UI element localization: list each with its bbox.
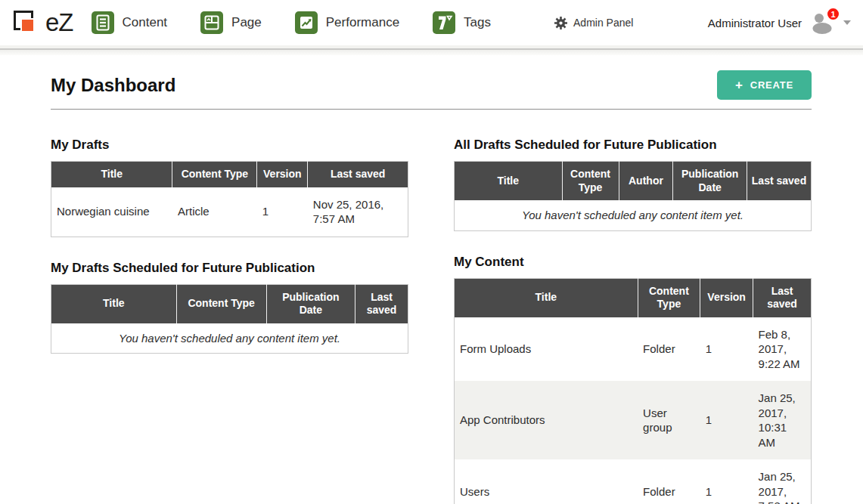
table-cell: Jan 25, 2017, 10:31 AM — [753, 381, 812, 459]
header-divider — [0, 45, 863, 55]
table-cell: Norwegian cuisine — [51, 187, 172, 237]
nav-item-performance[interactable]: Performance — [295, 11, 399, 34]
table-row[interactable]: Norwegian cuisineArticle1Nov 25, 2016, 7… — [51, 187, 408, 237]
user-area: Administrator User 1 — [708, 11, 852, 34]
title-divider — [51, 109, 812, 110]
my-content-section: My Content TitleContent TypeVersionLast … — [454, 255, 812, 504]
column-header: Title — [455, 162, 563, 201]
gear-icon — [554, 17, 567, 29]
column-header: Publication Date — [673, 162, 747, 201]
my-content-table: TitleContent TypeVersionLast savedForm U… — [454, 278, 812, 504]
top-nav-bar: eZ Content Page — [0, 0, 863, 45]
table-cell: User group — [638, 381, 700, 459]
column-header: Last saved — [753, 278, 812, 317]
table-cell: 1 — [700, 459, 753, 504]
column-header: Publication Date — [266, 284, 355, 323]
section-title: My Drafts Scheduled for Future Publicati… — [51, 261, 408, 276]
nav-label: Performance — [326, 15, 399, 30]
table-cell: 1 — [257, 187, 308, 237]
nav-label: Tags — [464, 15, 491, 30]
table-cell: Nov 25, 2016, 7:57 AM — [308, 187, 408, 237]
create-button[interactable]: + CREATE — [717, 70, 812, 100]
nav-item-content[interactable]: Content — [92, 11, 168, 34]
table-cell: App Contributors — [455, 381, 638, 459]
nav-label: Content — [123, 15, 168, 30]
column-header: Version — [700, 278, 753, 317]
all-drafts-scheduled-section: All Drafts Scheduled for Future Publicat… — [454, 138, 812, 231]
create-button-label: CREATE — [750, 79, 793, 91]
column-header: Title — [455, 278, 638, 317]
logo-text: eZ — [45, 8, 73, 37]
admin-panel-button[interactable]: Admin Panel — [554, 17, 633, 29]
column-header: Last saved — [355, 284, 408, 323]
nav-item-tags[interactable]: Tags — [433, 11, 491, 34]
my-drafts-section: My Drafts TitleContent TypeVersionLast s… — [51, 138, 408, 237]
table-cell: Form Uploads — [455, 317, 638, 382]
section-title: My Content — [454, 255, 812, 270]
page-title: My Dashboard — [51, 75, 175, 96]
table-row[interactable]: App ContributorsUser group1Jan 25, 2017,… — [455, 381, 812, 459]
table-row[interactable]: Form UploadsFolder1Feb 8, 2017, 9:22 AM — [455, 317, 812, 382]
tags-icon — [433, 11, 455, 34]
performance-icon — [295, 11, 318, 34]
dashboard-main: My Dashboard + CREATE My Drafts TitleCon… — [0, 55, 863, 504]
section-title: All Drafts Scheduled for Future Publicat… — [454, 138, 812, 153]
my-drafts-table: TitleContent TypeVersionLast savedNorweg… — [51, 161, 408, 237]
all-drafts-scheduled-table: TitleContent TypeAuthorPublication DateL… — [454, 161, 812, 231]
table-header-row: TitleContent TypePublication DateLast sa… — [51, 284, 408, 323]
my-drafts-scheduled-section: My Drafts Scheduled for Future Publicati… — [51, 261, 408, 354]
table-header-row: TitleContent TypeVersionLast saved — [455, 278, 812, 317]
table-cell: Folder — [638, 317, 700, 382]
empty-message: You haven't scheduled any content item y… — [455, 200, 812, 230]
empty-row: You haven't scheduled any content item y… — [51, 323, 408, 354]
table-cell: Feb 8, 2017, 9:22 AM — [753, 317, 812, 382]
column-header: Content Type — [638, 278, 700, 317]
column-header: Version — [257, 162, 308, 187]
user-name: Administrator User — [708, 17, 802, 29]
column-header: Last saved — [308, 162, 408, 187]
column-header: Content Type — [176, 284, 266, 323]
ez-logo[interactable]: eZ — [12, 8, 73, 38]
left-column: My Drafts TitleContent TypeVersionLast s… — [51, 138, 408, 354]
user-menu[interactable]: 1 — [811, 11, 852, 34]
table-cell: 1 — [700, 381, 753, 459]
ez-logo-icon — [12, 8, 41, 38]
nav-item-page[interactable]: Page — [200, 11, 262, 34]
chevron-down-icon — [843, 20, 851, 25]
plus-icon: + — [735, 81, 743, 89]
logo-orange-square — [20, 18, 35, 32]
content-icon — [92, 11, 114, 34]
table-cell: 1 — [700, 317, 753, 382]
column-header: Title — [51, 162, 172, 187]
right-column: All Drafts Scheduled for Future Publicat… — [454, 138, 812, 504]
column-header: Last saved — [747, 162, 812, 201]
column-header: Content Type — [172, 162, 257, 187]
section-title: My Drafts — [51, 138, 408, 153]
table-cell: Folder — [638, 459, 700, 504]
empty-row: You haven't scheduled any content item y… — [455, 200, 812, 230]
column-header: Title — [51, 284, 177, 323]
table-header-row: TitleContent TypeAuthorPublication DateL… — [455, 162, 812, 201]
empty-message: You haven't scheduled any content item y… — [51, 323, 408, 354]
column-header: Content Type — [562, 162, 619, 201]
main-nav: Content Page Performance — [92, 11, 492, 34]
my-drafts-scheduled-table: TitleContent TypePublication DateLast sa… — [51, 284, 408, 354]
nav-label: Page — [231, 15, 262, 30]
page-icon — [200, 11, 223, 34]
notification-badge[interactable]: 1 — [826, 7, 840, 21]
table-header-row: TitleContent TypeVersionLast saved — [51, 162, 408, 187]
admin-panel-label: Admin Panel — [573, 17, 633, 29]
column-header: Author — [619, 162, 673, 201]
table-cell: Jan 25, 2017, 7:58 AM — [753, 459, 812, 504]
table-cell: Users — [455, 459, 638, 504]
table-cell: Article — [172, 187, 257, 237]
table-row[interactable]: UsersFolder1Jan 25, 2017, 7:58 AM — [455, 459, 812, 504]
